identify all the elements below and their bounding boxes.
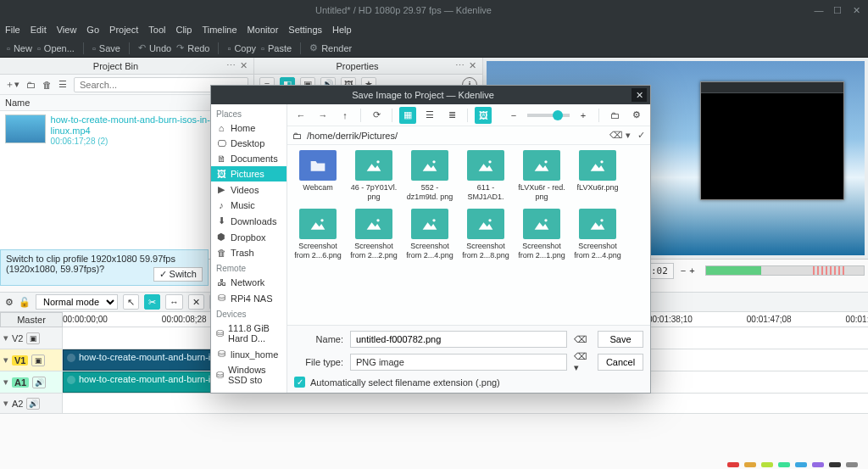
- add-clip-icon[interactable]: ＋▾: [5, 78, 19, 91]
- color-pill[interactable]: [778, 462, 790, 467]
- reload-icon[interactable]: ⟳: [368, 107, 385, 124]
- places-item-documents[interactable]: 🗎Documents: [211, 151, 287, 166]
- up-icon[interactable]: ↑: [337, 107, 353, 124]
- menu-settings[interactable]: Settings: [288, 25, 322, 35]
- image-tile[interactable]: Screenshot from 2...1.png: [516, 209, 567, 260]
- accept-path-icon[interactable]: ✓: [637, 130, 645, 141]
- color-pill[interactable]: [744, 462, 756, 467]
- spacer-tool-icon[interactable]: ↔: [165, 294, 183, 310]
- image-tile[interactable]: Screenshot from 2...8.png: [460, 209, 511, 260]
- menu-help[interactable]: Help: [332, 25, 352, 35]
- color-pill[interactable]: [795, 462, 807, 467]
- redo-button[interactable]: ↷Redo: [176, 42, 209, 53]
- new-button[interactable]: ▫New: [7, 43, 32, 53]
- minimize-icon[interactable]: —: [814, 5, 824, 15]
- clear-path-icon[interactable]: ⌫ ▾: [609, 130, 631, 141]
- track-body[interactable]: [63, 394, 868, 413]
- color-pill[interactable]: [846, 462, 858, 467]
- image-tile[interactable]: Screenshot from 2...4.png: [404, 209, 455, 260]
- razor-tool-icon[interactable]: ✂: [144, 294, 160, 310]
- undo-button[interactable]: ↶Undo: [138, 42, 171, 53]
- image-tile[interactable]: Screenshot from 2...6.png: [292, 209, 343, 260]
- file-grid[interactable]: Webcam46 - 7pY01Vl. png552 - dz1m9td. pn…: [287, 145, 650, 325]
- places-item-dropbox[interactable]: ⬢Dropbox: [211, 229, 287, 245]
- menu-monitor[interactable]: Monitor: [248, 25, 279, 35]
- image-tile[interactable]: 46 - 7pY01Vl. png: [348, 150, 399, 202]
- dialog-close-icon[interactable]: ✕: [632, 88, 647, 102]
- panel-more-icon[interactable]: ⋯ ✕: [455, 60, 477, 71]
- unlock-icon[interactable]: 🔓: [19, 297, 31, 308]
- mon-plus-icon[interactable]: +: [689, 265, 694, 276]
- settings-icon[interactable]: ⚙: [628, 107, 645, 124]
- menu-edit[interactable]: Edit: [31, 25, 47, 35]
- menu-tool[interactable]: Tool: [148, 25, 165, 35]
- forward-icon[interactable]: →: [314, 107, 331, 124]
- menu-project[interactable]: Project: [109, 25, 138, 35]
- preview-icon[interactable]: 🖼: [475, 107, 492, 124]
- zoom-out-icon[interactable]: −: [505, 107, 522, 124]
- places-item-pictures[interactable]: 🖼Pictures: [211, 166, 287, 181]
- color-pill[interactable]: [761, 462, 773, 467]
- menu-timeline[interactable]: Timeline: [202, 25, 236, 35]
- dialog-titlebar[interactable]: Save Image to Project — Kdenlive ✕: [211, 86, 650, 104]
- places-item-network[interactable]: 🖧Network: [211, 275, 287, 290]
- places-item-home[interactable]: ⌂Home: [211, 120, 287, 136]
- filename-input[interactable]: [350, 331, 567, 348]
- icon-view-icon[interactable]: ▦: [399, 107, 416, 124]
- gear-icon[interactable]: ⚙: [5, 297, 14, 308]
- copy-button[interactable]: ▫Copy: [227, 43, 256, 53]
- places-item-trash[interactable]: 🗑Trash: [211, 245, 287, 260]
- color-pill[interactable]: [812, 462, 824, 467]
- zoom-in-icon[interactable]: +: [575, 107, 592, 124]
- open-button[interactable]: ▫Open...: [37, 43, 75, 53]
- folder-icon[interactable]: 🗀: [26, 80, 36, 90]
- places-item-linux-home[interactable]: ⛁linux_home: [211, 346, 287, 362]
- image-tile[interactable]: fLVXu6r - red. png: [516, 150, 567, 202]
- cancel-button[interactable]: Cancel: [598, 354, 643, 371]
- places-item-windows-ssd-sto[interactable]: ⛁Windows SSD sto: [211, 362, 287, 388]
- image-tile[interactable]: Screenshot from 2...2.png: [348, 209, 399, 260]
- clear-name-icon[interactable]: ⌫: [574, 334, 591, 345]
- pointer-tool-icon[interactable]: ↖: [123, 294, 139, 310]
- close-tool-icon[interactable]: ✕: [188, 294, 204, 310]
- paste-button[interactable]: ▫Paste: [261, 43, 292, 53]
- image-tile[interactable]: fLVXu6r.png: [572, 150, 623, 202]
- switch-profile-button[interactable]: Switch: [153, 267, 203, 282]
- places-item-downloads[interactable]: ⬇Downloads: [211, 213, 287, 229]
- image-tile[interactable]: 611 - SMJ1AD1. png: [460, 150, 511, 202]
- menu-go[interactable]: Go: [86, 25, 99, 35]
- folder-tile[interactable]: Webcam: [292, 150, 343, 202]
- zoom-slider[interactable]: [527, 114, 570, 117]
- monitor-scrub-bar[interactable]: [705, 265, 865, 276]
- render-button[interactable]: ⚙Render: [309, 42, 352, 53]
- delete-icon[interactable]: 🗑: [42, 80, 52, 90]
- auto-extension-checkbox[interactable]: ✓: [294, 377, 305, 388]
- master-tab[interactable]: Master: [0, 312, 63, 327]
- image-tile[interactable]: Screenshot from 2...4.png: [572, 209, 623, 260]
- places-item-111-8-gib-hard-d-[interactable]: ⛁111.8 GiB Hard D...: [211, 321, 287, 346]
- filetype-dropdown-icon[interactable]: ⌫ ▾: [574, 351, 591, 373]
- close-icon[interactable]: ✕: [851, 5, 861, 15]
- new-folder-icon[interactable]: 🗀: [606, 107, 623, 124]
- save-file-button[interactable]: Save: [598, 331, 643, 348]
- mute-icon[interactable]: ▣: [26, 332, 40, 344]
- color-pill[interactable]: [829, 462, 841, 467]
- places-item-rpi4-nas[interactable]: ⛁RPi4 NAS: [211, 290, 287, 306]
- mute-icon[interactable]: ▣: [31, 355, 45, 366]
- back-icon[interactable]: ←: [292, 107, 309, 124]
- menu-clip[interactable]: Clip: [175, 25, 192, 35]
- speaker-icon[interactable]: 🔊: [32, 377, 46, 388]
- color-pill[interactable]: [727, 462, 739, 467]
- menu-view[interactable]: View: [57, 25, 77, 35]
- edit-mode-select[interactable]: Normal mode: [36, 294, 118, 310]
- maximize-icon[interactable]: ☐: [832, 5, 843, 15]
- image-tile[interactable]: 552 - dz1m9td. png: [404, 150, 455, 202]
- path-text[interactable]: /home/derrik/Pictures/: [307, 131, 604, 141]
- places-item-videos[interactable]: ▶Videos: [211, 181, 287, 198]
- places-item-music[interactable]: ♪Music: [211, 198, 287, 213]
- places-item-desktop[interactable]: 🖵Desktop: [211, 136, 287, 151]
- save-button[interactable]: ▫Save: [92, 43, 120, 53]
- detail-view-icon[interactable]: ≣: [443, 107, 460, 124]
- filetype-select[interactable]: PNG image: [350, 354, 567, 371]
- tag-icon[interactable]: ☰: [58, 79, 67, 90]
